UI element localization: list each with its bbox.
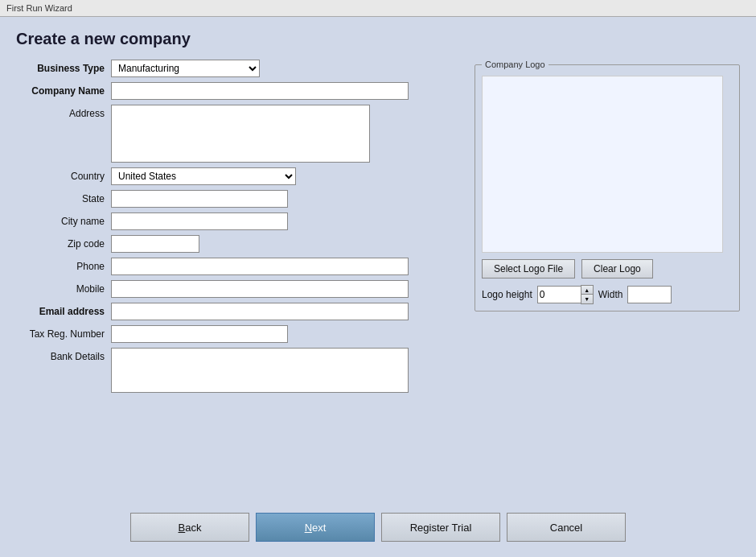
spin-down-button[interactable]: ▼ xyxy=(581,295,593,303)
logo-width-input[interactable] xyxy=(627,286,672,303)
logo-panel-title: Company Logo xyxy=(482,60,549,69)
next-label: Next xyxy=(305,522,327,534)
back-label: Back xyxy=(179,522,202,534)
business-type-row: Business Type Manufacturing Retail Servi… xyxy=(16,60,462,77)
main-container: Create a new company Business Type Manuf… xyxy=(0,17,756,555)
phone-label: Phone xyxy=(16,261,105,272)
logo-panel: Company Logo Select Logo File Clear Logo… xyxy=(475,60,740,312)
logo-height-label: Logo height xyxy=(482,289,532,300)
logo-width-label: Width xyxy=(598,289,623,300)
zip-row: Zip code xyxy=(16,235,462,253)
phone-row: Phone xyxy=(16,258,462,275)
tax-row: Tax Reg. Number xyxy=(16,325,462,343)
spin-up-button[interactable]: ▲ xyxy=(581,286,593,295)
zip-label: Zip code xyxy=(16,238,105,250)
form-area: Business Type Manufacturing Retail Servi… xyxy=(16,60,740,545)
clear-logo-button[interactable]: Clear Logo xyxy=(581,259,653,278)
logo-size-row: Logo height ▲ ▼ Width xyxy=(482,285,733,304)
form-left: Business Type Manufacturing Retail Servi… xyxy=(16,60,462,505)
back-button[interactable]: Back xyxy=(130,513,249,542)
tax-label: Tax Reg. Number xyxy=(16,328,105,340)
address-label: Address xyxy=(16,105,105,119)
state-row: State xyxy=(16,190,462,208)
page-title: Create a new company xyxy=(16,30,740,48)
city-row: City name xyxy=(16,212,462,230)
logo-buttons: Select Logo File Clear Logo xyxy=(482,259,733,278)
state-label: State xyxy=(16,193,105,204)
tax-input[interactable] xyxy=(111,325,288,343)
select-logo-button[interactable]: Select Logo File xyxy=(482,259,575,278)
logo-height-spinner: ▲ ▼ xyxy=(537,285,594,304)
next-button[interactable]: Next xyxy=(256,513,375,542)
email-input[interactable] xyxy=(111,303,409,320)
bank-row: Bank Details xyxy=(16,348,462,393)
country-select[interactable]: United States Canada United Kingdom Aust… xyxy=(111,167,296,185)
footer-buttons: Back Next Register Trial Cancel xyxy=(16,505,740,545)
mobile-row: Mobile xyxy=(16,280,462,298)
mobile-input[interactable] xyxy=(111,280,409,298)
company-name-row: Company Name xyxy=(16,82,462,100)
city-input[interactable] xyxy=(111,212,288,230)
address-row: Address xyxy=(16,105,462,163)
cancel-button[interactable]: Cancel xyxy=(507,513,626,542)
company-name-input[interactable] xyxy=(111,82,409,100)
zip-input[interactable] xyxy=(111,235,199,253)
bank-label: Bank Details xyxy=(16,348,105,362)
title-bar: First Run Wizard xyxy=(0,0,756,17)
title-bar-label: First Run Wizard xyxy=(6,3,72,13)
register-trial-button[interactable]: Register Trial xyxy=(381,513,500,542)
state-input[interactable] xyxy=(111,190,288,208)
country-row: Country United States Canada United King… xyxy=(16,167,462,185)
mobile-label: Mobile xyxy=(16,283,105,295)
business-type-select[interactable]: Manufacturing Retail Service Other xyxy=(111,60,260,77)
company-name-label: Company Name xyxy=(16,85,105,97)
city-label: City name xyxy=(16,216,105,227)
country-label: Country xyxy=(16,171,105,182)
spinner-buttons: ▲ ▼ xyxy=(581,285,594,304)
email-row: Email address xyxy=(16,303,462,320)
business-type-label: Business Type xyxy=(16,63,105,74)
email-label: Email address xyxy=(16,306,105,317)
logo-preview xyxy=(482,76,723,253)
bank-textarea[interactable] xyxy=(111,348,409,393)
phone-input[interactable] xyxy=(111,258,409,275)
address-textarea[interactable] xyxy=(111,105,370,163)
form-right: Company Logo Select Logo File Clear Logo… xyxy=(475,60,740,505)
form-body: Business Type Manufacturing Retail Servi… xyxy=(16,60,740,505)
logo-height-input[interactable] xyxy=(537,286,581,303)
